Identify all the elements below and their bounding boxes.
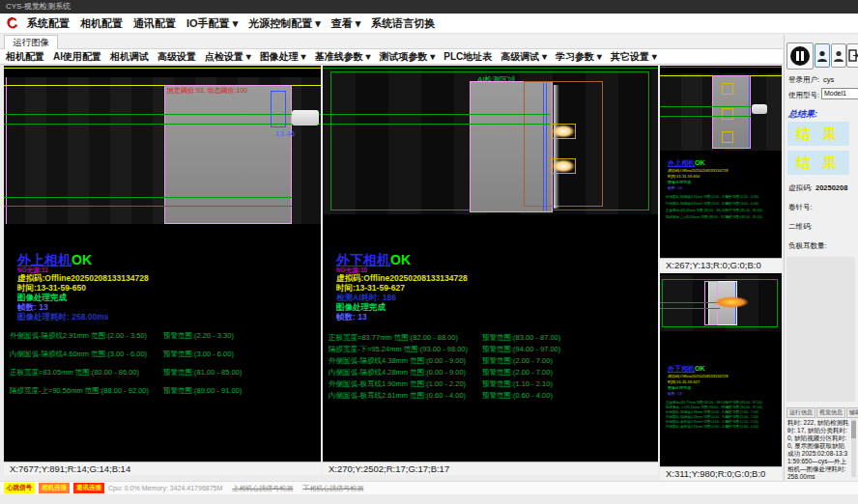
virtual-code-value: 20250208 [815,183,847,192]
menu-bar: 系统配置 相机配置 通讯配置 IO手配置 ▾ 光源控制配置 ▾ 查看 ▾ 系统语… [0,14,858,34]
camera-image-lower-outer[interactable]: AI检测区域 [323,70,658,214]
user-login-button[interactable] [815,43,830,68]
tool-advanced-debug[interactable]: 高级调试 ▾ [500,50,547,64]
measurement-warn: 预警范围:(1.10 - 2.10) [482,379,553,389]
tool-plc-address[interactable]: PLC地址表 [443,50,492,64]
barcode-line: 虚拟码:Offline20250208133134728 [668,374,728,378]
measurement-text: 正极宽度=83.05mm 范围:(80.00 - 86.00) [666,209,727,212]
overlay-line [4,68,321,69]
measurement-warn: 预警范围:(89.00 - 91.00) [163,386,242,396]
measurement-row: 正极宽度=83.05mm 范围:(80.00 - 86.00) 预警范围:(81… [666,209,727,213]
measurement-warn: 预警范围:(0.60 - 4.00) [482,391,553,401]
info-tab-bar: 运行信息 视觉信息 辅助信息 [786,407,858,418]
side-panel: 登录用户: cys 使用型号: Model1 总结果: 结 果 结 果 虚拟码:… [784,35,858,481]
roi-box [271,91,286,127]
qr-code-label: 二维码: [788,222,813,232]
overlay-line [660,67,782,68]
heartbeat-badge: 心跳信号 [4,483,35,493]
measure-line [660,308,720,309]
overlay-line [323,68,658,69]
result-box-upper: 结 果 [787,122,849,146]
measurement-row: 隔膜宽度-上=90.56mm 范围:(88.00 - 92.00) 预警范围:(… [666,215,730,220]
tool-test-params[interactable]: 测试项参数 ▾ [379,50,435,64]
measurement-warn: 预警范围:(2.20 - 3.30) [726,195,758,199]
measurement-row: 内侧圆弧-极耳线2.61mm 范围:(0.60 - 4.00) 预警范围:(0.… [666,425,729,430]
lower-camera-heartbeat-status: 下相机心跳信号检测 [302,484,363,493]
log-scrollbar-thumb[interactable] [851,421,856,438]
camera-connect-badge: 相机连接 [39,483,70,493]
tab-bar: 运行图像 [0,34,858,49]
tool-baseline-params[interactable]: 基准线参数 ▾ [315,50,371,64]
log-scrollbar[interactable] [851,419,856,477]
tab-run-image[interactable]: 运行图像 [4,35,58,49]
measurement-text: 隔膜宽度-下=95.24mm 范围:(93.00 - 98.00) [329,345,468,354]
tool-other-settings[interactable]: 其它设置 ▾ [611,50,657,64]
menu-camera-config[interactable]: 相机配置 [80,16,123,31]
measure-line [323,114,550,115]
measurement-text: 正极宽度=83.77mm 范围:(82.00 - 88.00) [329,333,458,343]
measure-line [660,302,720,303]
tool-camera-debug[interactable]: 相机调试 [110,50,149,64]
window-titlebar: CYS-视觉检测系统 [0,0,858,14]
measurement-text: 隔膜宽度-下=95.24mm 范围:(93.00 - 98.00) [666,406,730,409]
tab-count-label: 负极耳数量: [788,241,827,251]
tab-vision-info[interactable]: 视觉信息 [816,407,845,418]
measurement-text: 外侧圆弧-隔膜线4.38mm 范围:(0.00 - 9.00) [666,410,729,414]
total-result-label: 总结果: [788,108,817,121]
tool-learn-params[interactable]: 学习参数 ▾ [556,50,602,64]
edge-glow [554,85,559,209]
pause-button[interactable] [786,42,814,70]
measurement-warn: 预警范围:(83.00 - 87.00) [482,333,560,343]
measurement-warn: 预警范围:(2.00 - 7.00) [482,368,553,378]
tool-image-process[interactable]: 图像处理 ▾ [260,50,306,64]
user-icon [817,50,827,62]
tool-ai-use-config[interactable]: AI使用配置 [53,50,101,64]
window-title: CYS-视觉检测系统 [6,2,71,11]
menu-system-config[interactable]: 系统配置 [27,16,70,31]
camera-result: OK [695,365,705,372]
measurement-row: 外侧圆弧-极耳线1.90mm 范围:(1.00 - 2.20) 预警范围:(1.… [329,379,658,389]
camera-image-small-top[interactable] [660,73,782,151]
status-bar: 心跳信号 相机连接 通讯连接 Cpu: 0.0% Memory: 3424.41… [0,481,858,494]
model-field[interactable]: Model1 [821,88,858,99]
pixel-coord-bar: X:270;Y:2502;R:17;G:17;B:17 [323,462,658,475]
menu-comm-config[interactable]: 通讯配置 [133,16,176,31]
exit-button[interactable] [846,43,858,68]
measurement-text: 外侧圆弧-极耳线1.90mm 范围:(1.00 - 2.20) [666,420,729,424]
camera-image-small-bottom[interactable] [660,275,782,331]
toolbar: 相机配置 AI使用配置 相机调试 高级设置 点检设置 ▾ 图像处理 ▾ 基准线参… [0,49,783,65]
measurement-row: 正极宽度=83.05mm 范围:(80.00 - 86.00) 预警范围:(81… [10,368,321,378]
measurement-warn: 预警范围:(89.00 - 91.00) [726,215,762,219]
measurement-warn: 预警范围:(2.20 - 3.30) [163,331,234,341]
measurement-row: 内侧圆弧-隔膜线4.28mm 范围:(0.00 - 9.00) 预警范围:(2.… [329,368,658,378]
tool-spot-check[interactable]: 点检设置 ▾ [205,50,251,64]
pixel-coord-bar: X:7677;Y:891;R:14;G:14;B:14 [4,462,321,475]
time-line: 时间:13-31-59-650 [668,174,700,179]
user-switch-button[interactable] [831,43,846,68]
menu-view[interactable]: 查看 ▾ [331,16,361,31]
winding-pin-label: 卷针号: [788,203,813,212]
measurement-row: 外侧圆弧-隔膜线2.91mm 范围:(2.00 - 3.50) 预警范围:(2.… [666,195,729,200]
tab-run-info[interactable]: 运行信息 [786,407,815,418]
camera-image-upper-outer[interactable]: 固定阈值:93, 动态阈值:100 13.46 [4,77,321,224]
camera-result-title: 外上相机OK [668,158,705,168]
menu-language-switch[interactable]: 系统语言切换 [371,16,435,31]
measurement-row: 内侧圆弧-隔膜线4.60mm 范围:(3.00 - 6.00) 预警范围:(3.… [666,202,729,207]
cpu-memory-status: Cpu: 0.0% Memory: 3424.41796875M [108,485,222,491]
menu-light-config[interactable]: 光源控制配置 ▾ [248,16,321,31]
measurement-warn: 预警范围:(81.00 - 85.00) [163,368,242,378]
measure-line [4,206,292,207]
upper-camera-heartbeat-status: 上相机心跳信号检测 [232,484,293,493]
menu-io-config[interactable]: IO手配置 ▾ [186,16,238,31]
connector-tab [292,110,319,126]
barcode-line: 虚拟码:Offline20250208133134728 [668,168,728,173]
login-user-value: cys [823,75,834,84]
tool-advanced-settings[interactable]: 高级设置 [157,50,196,64]
measurement-text: 内侧圆弧-隔膜线4.60mm 范围:(3.00 - 6.00) [10,350,147,359]
measurement-row: 隔膜宽度-下=95.24mm 范围:(93.00 - 98.00) 预警范围:(… [329,345,658,354]
measurement-warn: 预警范围:(1.10 - 2.10) [726,420,758,424]
tool-camera-config[interactable]: 相机配置 [6,50,44,64]
tab-aux-info[interactable]: 辅助信息 [846,407,858,418]
overlay-line [749,76,750,148]
measurement-warn: 预警范围:(0.60 - 4.00) [726,425,758,429]
